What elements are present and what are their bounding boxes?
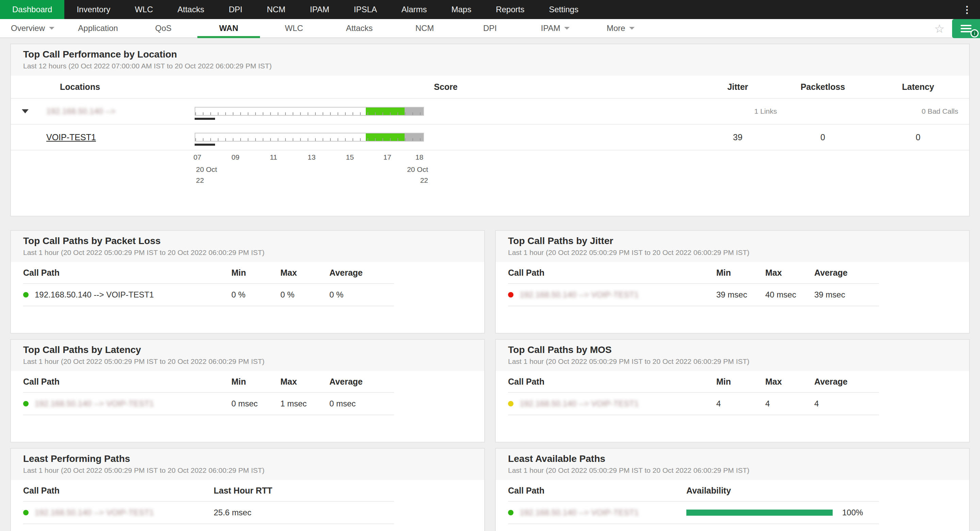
tab-label: More	[607, 24, 625, 33]
call-path-text[interactable]: 192.168.50.140 --> VOIP-TEST1	[35, 508, 154, 517]
call-path-text[interactable]: 192.168.50.140 --> VOIP-TEST1	[35, 290, 154, 300]
panel-grid: Top Call Paths by Packet Loss Last 1 hou…	[10, 230, 970, 531]
favorite-star-icon[interactable]: ☆	[934, 19, 945, 38]
panel-time-range: Last 1 hour (20 Oct 2022 05:00:29 PM IST…	[508, 249, 957, 257]
nav-item-ncm[interactable]: NCM	[255, 0, 298, 19]
column-header-max: Max	[765, 268, 814, 278]
score-timeline[interactable]	[195, 133, 424, 142]
call-path-link-cell: VOIP-TEST1	[38, 132, 195, 142]
max-value: 4	[765, 399, 814, 408]
timeline-scrollbar[interactable]	[195, 144, 215, 146]
status-dot-green	[23, 292, 29, 298]
call-path-text[interactable]: 192.168.50.140 --> VOIP-TEST1	[520, 399, 639, 408]
panel-title: Least Available Paths	[508, 453, 957, 464]
nav-item-wlc[interactable]: WLC	[123, 0, 165, 19]
column-header-max: Max	[280, 268, 329, 278]
panel-time-range: Last 1 hour (20 Oct 2022 05:00:29 PM IST…	[23, 466, 472, 475]
table-header: Call Path Min Max Average	[23, 262, 394, 284]
panel-title: Top Call Paths by MOS	[508, 344, 957, 356]
nav-item-attacks[interactable]: Attacks	[165, 0, 216, 19]
nav-item-dashboard[interactable]: Dashboard	[0, 0, 64, 19]
tab-overview[interactable]: Overview	[0, 19, 65, 37]
max-value: 0 %	[280, 290, 329, 300]
status-dot-red	[508, 292, 514, 298]
packetloss-value: 0	[778, 132, 867, 142]
column-header-min: Min	[716, 377, 765, 387]
availability-percent: 100%	[842, 508, 863, 517]
location-name[interactable]: 192.168.50.140 -->	[38, 107, 195, 116]
score-timeline[interactable]	[195, 107, 424, 116]
kebab-menu-icon[interactable]: ⋮	[958, 0, 976, 19]
dashboard-content: Top Call Performance by Location Last 12…	[0, 38, 980, 531]
availability-bar-track	[686, 510, 833, 516]
call-path-text[interactable]: 192.168.50.140 --> VOIP-TEST1	[520, 290, 639, 300]
availability-cell: 100%	[686, 508, 879, 517]
voip-test1-link[interactable]: VOIP-TEST1	[46, 132, 96, 142]
nav-item-ipsla[interactable]: IPSLA	[342, 0, 389, 19]
table-row: 192.168.50.140 --> VOIP-TEST1 100%	[508, 502, 879, 524]
panel-header: Top Call Performance by Location Last 12…	[11, 44, 969, 76]
call-path-text[interactable]: 192.168.50.140 --> VOIP-TEST1	[35, 399, 154, 408]
panel-header: Top Call Paths by MOS Last 1 hour (20 Oc…	[496, 340, 969, 371]
average-value: 4	[814, 399, 879, 408]
call-path-table: Call Path Last Hour RTT 192.168.50.140 -…	[11, 480, 484, 524]
call-path-table: Call Path Min Max Average 192.168.50.140…	[11, 262, 484, 306]
axis-tick-label: 13	[308, 153, 315, 161]
column-header-min: Min	[231, 268, 280, 278]
tab-wan[interactable]: WAN	[196, 19, 261, 37]
max-value: 1 msec	[280, 399, 329, 408]
tab-application[interactable]: Application	[65, 19, 130, 37]
tab-label: NCM	[415, 24, 434, 33]
panel-time-range: Last 1 hour (20 Oct 2022 05:00:29 PM IST…	[508, 466, 957, 475]
max-value: 40 msec	[765, 290, 814, 300]
call-path-text[interactable]: 192.168.50.140 --> VOIP-TEST1	[520, 508, 639, 517]
timeline-scrollbar[interactable]	[195, 118, 215, 120]
panel-title: Top Call Paths by Packet Loss	[23, 236, 472, 246]
tab-ipam[interactable]: IPAM	[523, 19, 588, 37]
tab-label: WLC	[285, 24, 303, 33]
axis-tick-label: 11	[270, 153, 277, 161]
column-header-packetloss: Packetloss	[778, 82, 867, 92]
column-header-latency: Latency	[867, 82, 969, 92]
tab-qos[interactable]: QoS	[130, 19, 196, 37]
column-header-call-path: Call Path	[508, 268, 716, 278]
dashboard-tab-bar: Overview Application QoS WAN WLC Attacks…	[0, 19, 980, 38]
nav-item-ipam[interactable]: IPAM	[298, 0, 342, 19]
tab-more[interactable]: More	[588, 19, 653, 37]
nav-item-dpi[interactable]: DPI	[216, 0, 255, 19]
panel-time-range: Last 12 hours (20 Oct 2022 07:00:00 AM I…	[23, 62, 957, 70]
status-dot-green	[508, 510, 514, 515]
customize-dashboard-button[interactable]: i	[952, 19, 980, 38]
column-header-max: Max	[765, 377, 814, 387]
main-nav: Dashboard Inventory WLC Attacks DPI NCM …	[0, 0, 980, 19]
column-header-max: Max	[280, 377, 329, 387]
chevron-down-icon	[629, 27, 635, 30]
tab-label: Application	[78, 24, 118, 33]
tab-dpi[interactable]: DPI	[457, 19, 523, 37]
table-row: 192.168.50.140 --> VOIP-TEST1 39 msec 40…	[508, 284, 879, 306]
expand-caret-icon[interactable]	[22, 109, 29, 113]
column-header-call-path: Call Path	[23, 377, 231, 387]
nav-item-alarms[interactable]: Alarms	[389, 0, 439, 19]
nav-item-inventory[interactable]: Inventory	[64, 0, 123, 19]
call-path-table: Call Path Min Max Average 192.168.50.140…	[496, 262, 969, 306]
status-dot-yellow	[508, 401, 514, 407]
panel-title: Least Performing Paths	[23, 453, 472, 464]
min-value: 0 %	[231, 290, 280, 300]
call-path-table: Call Path Min Max Average 192.168.50.140…	[11, 371, 484, 415]
column-header-score: Score	[195, 82, 697, 92]
score-timeline-bar	[195, 133, 424, 142]
tab-wlc[interactable]: WLC	[261, 19, 327, 37]
panel-mos: Top Call Paths by MOS Last 1 hour (20 Oc…	[495, 339, 970, 442]
nav-item-maps[interactable]: Maps	[439, 0, 484, 19]
tab-ncm[interactable]: NCM	[392, 19, 457, 37]
panel-time-range: Last 1 hour (20 Oct 2022 05:00:29 PM IST…	[23, 249, 472, 257]
table-header: Call Path Last Hour RTT	[23, 480, 394, 502]
nav-item-settings[interactable]: Settings	[537, 0, 591, 19]
bad-calls-label: 0 Bad Calls	[922, 107, 958, 115]
nav-item-reports[interactable]: Reports	[484, 0, 537, 19]
panel-header: Least Performing Paths Last 1 hour (20 O…	[11, 449, 484, 480]
average-value: 0 %	[329, 290, 394, 300]
axis-start-date: 20 Oct 22	[196, 164, 217, 186]
tab-attacks[interactable]: Attacks	[327, 19, 392, 37]
